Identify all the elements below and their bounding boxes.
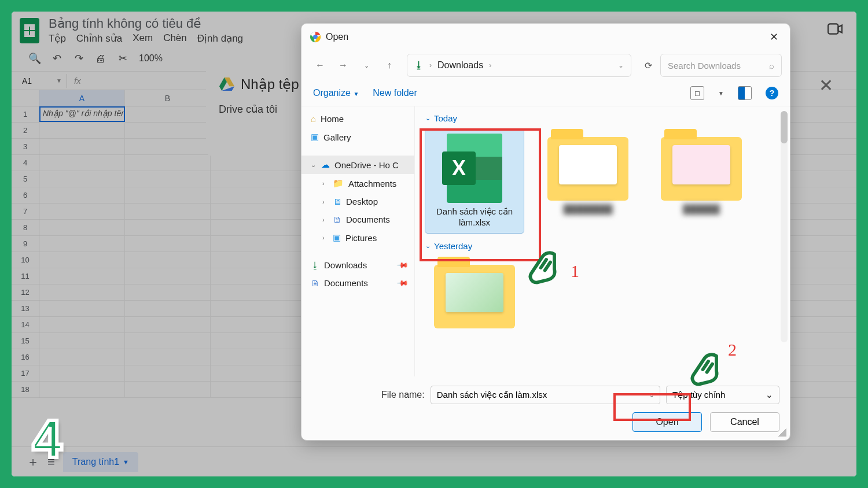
print-icon[interactable]: 🖨 — [95, 53, 106, 64]
preview-pane-button[interactable] — [738, 86, 752, 100]
file-item-excel[interactable]: X Danh sách việc cần làm.xlsx — [425, 129, 524, 233]
search-placeholder: Search Downloads — [668, 61, 741, 71]
svg-rect-0 — [828, 24, 838, 34]
chevron-right-icon: › — [322, 234, 328, 241]
file-item-folder-1[interactable]: ████████ — [539, 129, 637, 233]
file-label-blurred: ██████ — [683, 204, 720, 215]
scrollbar[interactable] — [781, 111, 788, 342]
import-close-button[interactable]: ✕ — [819, 75, 833, 95]
nav-recent-dropdown[interactable]: ⌄ — [356, 55, 377, 76]
search-input[interactable]: Search Downloads ⌕ — [660, 54, 782, 77]
file-item-folder-2[interactable]: ██████ — [652, 129, 751, 233]
tree-onedrive[interactable]: ⌄☁OneDrive - Ho C — [301, 156, 414, 174]
address-bar[interactable]: ⭳ › Downloads › ⌄ — [407, 54, 631, 77]
documents-icon: 🗎 — [333, 215, 341, 224]
open-button[interactable]: Open — [632, 412, 702, 432]
menu-insert[interactable]: Chèn — [163, 32, 187, 45]
tree-pictures[interactable]: ›▣Pictures — [301, 228, 414, 247]
menu-edit[interactable]: Chỉnh sửa — [76, 32, 122, 45]
paint-format-icon[interactable]: ✂ — [117, 53, 128, 64]
folder-icon — [661, 137, 742, 201]
pin-icon: 📌 — [396, 277, 409, 290]
downloads-path-icon: ⭳ — [414, 60, 424, 71]
menu-bar: Tệp Chỉnh sửa Xem Chèn Định dạng — [49, 32, 243, 45]
sheet-tab-active[interactable]: Trang tính1▼ — [63, 452, 138, 472]
folder-icon — [434, 265, 515, 328]
navigation-tree: ⌂Home ▣Gallery ⌄☁OneDrive - Ho C ›📁Attac… — [301, 106, 415, 376]
chevron-right-icon: › — [322, 216, 328, 223]
redo-icon[interactable]: ↷ — [73, 53, 84, 64]
help-button[interactable]: ? — [766, 87, 778, 99]
onedrive-icon: ☁ — [321, 160, 330, 170]
tree-documents-pinned[interactable]: 🗎Documents📌 — [301, 274, 414, 292]
excel-file-icon: X — [440, 134, 509, 203]
chevron-right-icon: › — [322, 180, 328, 187]
folder-icon — [547, 137, 628, 201]
zoom-select[interactable]: 100% — [139, 53, 163, 64]
desktop-icon: 🖥 — [333, 197, 341, 206]
meet-camera-icon[interactable] — [827, 23, 848, 38]
fx-label: fx — [67, 76, 88, 86]
tree-documents[interactable]: ›🗎Documents — [301, 210, 414, 228]
google-drive-icon — [219, 77, 235, 91]
menu-format[interactable]: Định dạng — [197, 32, 243, 45]
filename-input[interactable]: Danh sách việc cần làm.xlsx⌄ — [431, 386, 660, 404]
name-box[interactable]: A1▼ — [17, 74, 67, 88]
breadcrumb-downloads[interactable]: Downloads — [437, 60, 483, 71]
menu-file[interactable]: Tệp — [49, 32, 66, 45]
row-headers: 123 456 789 101112 131415 161718 — [12, 106, 39, 398]
tree-desktop[interactable]: ›🖥Desktop — [301, 193, 414, 210]
new-folder-button[interactable]: New folder — [373, 88, 417, 98]
group-yesterday[interactable]: ⌄Yesterday — [425, 241, 779, 251]
downloads-icon: ⭳ — [311, 260, 319, 270]
search-icon[interactable]: 🔍 — [29, 53, 41, 64]
chevron-down-icon: ⌄ — [311, 161, 317, 169]
home-icon: ⌂ — [311, 114, 316, 124]
filename-label: File name: — [381, 390, 425, 400]
tree-gallery[interactable]: ▣Gallery — [301, 128, 414, 146]
nav-forward-button[interactable]: → — [333, 55, 354, 76]
tree-downloads[interactable]: ⭳Downloads📌 — [301, 256, 414, 274]
undo-icon[interactable]: ↶ — [51, 53, 62, 64]
step-badge: 4 — [32, 409, 62, 469]
dialog-title: Open — [326, 32, 762, 42]
chevron-right-icon: › — [322, 198, 328, 205]
nav-up-button[interactable]: ↑ — [379, 55, 400, 76]
pin-icon: 📌 — [396, 259, 409, 272]
file-list-pane[interactable]: ⌄Today X Danh sách việc cần làm.xlsx ███… — [415, 106, 790, 376]
group-today[interactable]: ⌄Today — [425, 113, 779, 123]
resize-grip[interactable] — [778, 428, 786, 437]
dialog-close-button[interactable]: ✕ — [766, 29, 782, 45]
document-title[interactable]: Bảng tính không có tiêu đề — [49, 16, 243, 31]
sheets-logo-icon — [20, 18, 39, 43]
chrome-icon — [310, 31, 321, 43]
documents-icon: 🗎 — [311, 278, 319, 288]
tree-attachments[interactable]: ›📁Attachments — [301, 174, 414, 193]
pictures-icon: ▣ — [333, 232, 341, 243]
hand-pointer-icon — [684, 349, 724, 392]
folder-icon: 📁 — [333, 178, 344, 188]
file-label-blurred: ████████ — [563, 204, 612, 215]
cancel-button[interactable]: Cancel — [710, 412, 779, 432]
hand-pointer-icon — [522, 247, 562, 290]
organize-menu[interactable]: Organize ▼ — [313, 88, 359, 98]
import-modal-title: Nhập tệp — [241, 76, 299, 93]
gallery-icon: ▣ — [311, 132, 319, 142]
cell-a1[interactable]: Nhập "@" rồi nhập tên tệp để chèn — [39, 106, 125, 122]
file-item-folder-3[interactable] — [425, 257, 524, 333]
search-icon: ⌕ — [769, 61, 774, 71]
path-dropdown-icon[interactable]: ⌄ — [618, 61, 624, 69]
view-mode-button[interactable]: ◻ — [690, 86, 704, 100]
tree-home[interactable]: ⌂Home — [301, 110, 414, 128]
menu-view[interactable]: Xem — [133, 32, 153, 45]
annotation-number-1: 1 — [571, 261, 579, 281]
nav-back-button[interactable]: ← — [310, 55, 330, 76]
file-label: Danh sách việc cần làm.xlsx — [430, 206, 519, 228]
view-dropdown-icon[interactable]: ▼ — [718, 90, 724, 97]
sheet-tab-bar: ＋ ≡ Trang tính1▼ — [12, 446, 856, 476]
annotation-number-2: 2 — [728, 340, 737, 360]
refresh-button[interactable]: ⟳ — [638, 60, 658, 71]
